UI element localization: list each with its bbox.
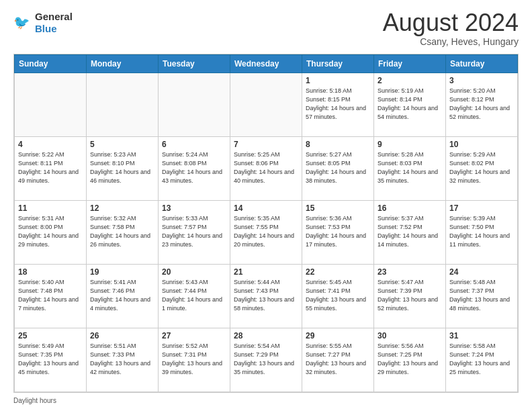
day-info: Sunrise: 5:52 AM Sunset: 7:31 PM Dayligh…	[162, 342, 226, 377]
calendar-cell: 9Sunrise: 5:28 AM Sunset: 8:03 PM Daylig…	[374, 137, 446, 201]
day-number: 11	[18, 203, 83, 213]
day-info: Sunrise: 5:49 AM Sunset: 7:35 PM Dayligh…	[18, 342, 83, 377]
day-number: 29	[306, 331, 370, 340]
day-number: 4	[18, 140, 83, 149]
day-number: 10	[449, 140, 514, 149]
calendar-cell: 30Sunrise: 5:56 AM Sunset: 7:25 PM Dayli…	[374, 328, 446, 392]
day-info: Sunrise: 5:20 AM Sunset: 8:12 PM Dayligh…	[449, 87, 514, 122]
calendar-cell: 1Sunrise: 5:18 AM Sunset: 8:15 PM Daylig…	[302, 73, 374, 137]
day-number: 5	[90, 140, 154, 149]
day-number: 22	[306, 267, 370, 277]
calendar-cell: 7Sunrise: 5:25 AM Sunset: 8:06 PM Daylig…	[230, 137, 302, 201]
day-number: 13	[162, 203, 226, 213]
day-info: Sunrise: 5:41 AM Sunset: 7:46 PM Dayligh…	[90, 278, 154, 313]
day-info: Sunrise: 5:28 AM Sunset: 8:03 PM Dayligh…	[378, 150, 442, 185]
weekday-row: SundayMondayTuesdayWednesdayThursdayFrid…	[15, 55, 518, 73]
calendar-cell: 26Sunrise: 5:51 AM Sunset: 7:33 PM Dayli…	[87, 328, 159, 392]
calendar-cell	[15, 73, 87, 137]
calendar-cell: 23Sunrise: 5:47 AM Sunset: 7:39 PM Dayli…	[374, 265, 446, 328]
day-info: Sunrise: 5:44 AM Sunset: 7:43 PM Dayligh…	[234, 278, 298, 313]
day-info: Sunrise: 5:54 AM Sunset: 7:29 PM Dayligh…	[234, 342, 298, 377]
day-info: Sunrise: 5:22 AM Sunset: 8:11 PM Dayligh…	[18, 150, 83, 185]
day-info: Sunrise: 5:23 AM Sunset: 8:10 PM Dayligh…	[90, 150, 154, 185]
footer: Daylight hours	[13, 397, 519, 404]
day-info: Sunrise: 5:56 AM Sunset: 7:25 PM Dayligh…	[378, 342, 442, 377]
day-info: Sunrise: 5:48 AM Sunset: 7:37 PM Dayligh…	[449, 278, 514, 313]
footer-label: Daylight hours	[13, 397, 56, 404]
logo: 🐦 General Blue	[13, 11, 73, 35]
day-info: Sunrise: 5:31 AM Sunset: 8:00 PM Dayligh…	[18, 214, 83, 249]
day-info: Sunrise: 5:37 AM Sunset: 7:52 PM Dayligh…	[378, 214, 442, 249]
day-number: 6	[162, 140, 226, 149]
day-info: Sunrise: 5:18 AM Sunset: 8:15 PM Dayligh…	[306, 87, 370, 122]
weekday-header-friday: Friday	[374, 55, 446, 73]
page: 🐦 General Blue August 2024 Csany, Heves,…	[0, 0, 532, 411]
calendar-cell: 5Sunrise: 5:23 AM Sunset: 8:10 PM Daylig…	[87, 137, 159, 201]
calendar-cell: 14Sunrise: 5:35 AM Sunset: 7:55 PM Dayli…	[230, 201, 302, 265]
calendar-cell: 13Sunrise: 5:33 AM Sunset: 7:57 PM Dayli…	[159, 201, 230, 265]
day-info: Sunrise: 5:40 AM Sunset: 7:48 PM Dayligh…	[18, 278, 83, 313]
day-number: 20	[162, 267, 226, 277]
weekday-header-thursday: Thursday	[302, 55, 374, 73]
day-number: 2	[378, 76, 442, 85]
day-number: 1	[306, 76, 370, 85]
day-number: 15	[306, 203, 370, 213]
day-info: Sunrise: 5:55 AM Sunset: 7:27 PM Dayligh…	[306, 342, 370, 377]
day-number: 30	[378, 331, 442, 340]
calendar-cell: 8Sunrise: 5:27 AM Sunset: 8:05 PM Daylig…	[302, 137, 374, 201]
day-info: Sunrise: 5:36 AM Sunset: 7:53 PM Dayligh…	[306, 214, 370, 249]
logo-line1: General	[35, 11, 73, 23]
day-number: 9	[378, 140, 442, 149]
calendar-cell: 22Sunrise: 5:45 AM Sunset: 7:41 PM Dayli…	[302, 265, 374, 328]
day-info: Sunrise: 5:35 AM Sunset: 7:55 PM Dayligh…	[234, 214, 298, 249]
calendar-cell: 4Sunrise: 5:22 AM Sunset: 8:11 PM Daylig…	[15, 137, 87, 201]
calendar-body: 1Sunrise: 5:18 AM Sunset: 8:15 PM Daylig…	[15, 73, 518, 392]
month-title: August 2024	[383, 11, 519, 35]
week-row-1: 1Sunrise: 5:18 AM Sunset: 8:15 PM Daylig…	[15, 73, 518, 137]
weekday-header-sunday: Sunday	[15, 55, 87, 73]
day-info: Sunrise: 5:33 AM Sunset: 7:57 PM Dayligh…	[162, 214, 226, 249]
calendar-cell: 16Sunrise: 5:37 AM Sunset: 7:52 PM Dayli…	[374, 201, 446, 265]
location-title: Csany, Heves, Hungary	[383, 36, 519, 47]
day-info: Sunrise: 5:45 AM Sunset: 7:41 PM Dayligh…	[306, 278, 370, 313]
day-info: Sunrise: 5:29 AM Sunset: 8:02 PM Dayligh…	[449, 150, 514, 185]
day-info: Sunrise: 5:51 AM Sunset: 7:33 PM Dayligh…	[90, 342, 154, 377]
day-info: Sunrise: 5:32 AM Sunset: 7:58 PM Dayligh…	[90, 214, 154, 249]
calendar: SundayMondayTuesdayWednesdayThursdayFrid…	[13, 54, 519, 393]
day-number: 3	[449, 76, 514, 85]
calendar-cell: 18Sunrise: 5:40 AM Sunset: 7:48 PM Dayli…	[15, 265, 87, 328]
calendar-cell: 15Sunrise: 5:36 AM Sunset: 7:53 PM Dayli…	[302, 201, 374, 265]
day-info: Sunrise: 5:58 AM Sunset: 7:24 PM Dayligh…	[449, 342, 514, 377]
week-row-5: 25Sunrise: 5:49 AM Sunset: 7:35 PM Dayli…	[15, 328, 518, 392]
weekday-header-saturday: Saturday	[446, 55, 518, 73]
calendar-cell: 11Sunrise: 5:31 AM Sunset: 8:00 PM Dayli…	[15, 201, 87, 265]
svg-text:🐦: 🐦	[13, 14, 30, 30]
title-block: August 2024 Csany, Heves, Hungary	[383, 11, 519, 47]
day-info: Sunrise: 5:24 AM Sunset: 8:08 PM Dayligh…	[162, 150, 226, 185]
day-number: 24	[449, 267, 514, 277]
weekday-header-tuesday: Tuesday	[159, 55, 230, 73]
calendar-cell: 17Sunrise: 5:39 AM Sunset: 7:50 PM Dayli…	[446, 201, 518, 265]
day-number: 8	[306, 140, 370, 149]
logo-line2: Blue	[35, 23, 73, 35]
day-number: 18	[18, 267, 83, 277]
logo-text: General Blue	[35, 11, 73, 35]
weekday-header-monday: Monday	[87, 55, 159, 73]
day-number: 23	[378, 267, 442, 277]
day-info: Sunrise: 5:47 AM Sunset: 7:39 PM Dayligh…	[378, 278, 442, 313]
day-info: Sunrise: 5:27 AM Sunset: 8:05 PM Dayligh…	[306, 150, 370, 185]
day-info: Sunrise: 5:25 AM Sunset: 8:06 PM Dayligh…	[234, 150, 298, 185]
week-row-2: 4Sunrise: 5:22 AM Sunset: 8:11 PM Daylig…	[15, 137, 518, 201]
calendar-cell: 2Sunrise: 5:19 AM Sunset: 8:14 PM Daylig…	[374, 73, 446, 137]
calendar-cell: 3Sunrise: 5:20 AM Sunset: 8:12 PM Daylig…	[446, 73, 518, 137]
calendar-cell: 24Sunrise: 5:48 AM Sunset: 7:37 PM Dayli…	[446, 265, 518, 328]
day-number: 21	[234, 267, 298, 277]
day-info: Sunrise: 5:19 AM Sunset: 8:14 PM Dayligh…	[378, 87, 442, 122]
day-number: 25	[18, 331, 83, 340]
day-number: 14	[234, 203, 298, 213]
day-number: 19	[90, 267, 154, 277]
day-number: 27	[162, 331, 226, 340]
calendar-table: SundayMondayTuesdayWednesdayThursdayFrid…	[14, 54, 518, 392]
calendar-cell: 19Sunrise: 5:41 AM Sunset: 7:46 PM Dayli…	[87, 265, 159, 328]
calendar-cell	[159, 73, 230, 137]
